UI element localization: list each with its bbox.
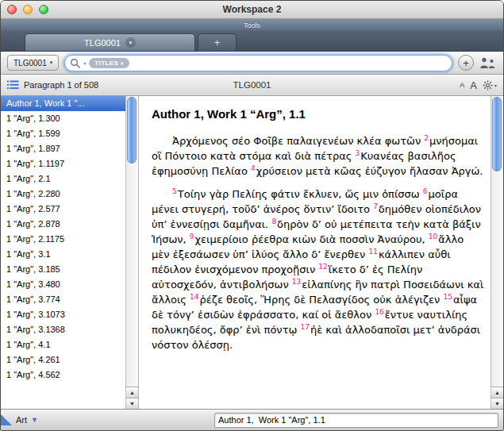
main-area: Author 1, Work 1 "...1 "Arg", 1.3001 "Ar… [1,96,503,409]
greek-paragraph: 5Τοίην γὰρ Πελίης φάτιν ἔκλυεν, ὥς μιν ὀ… [152,187,484,352]
corner-triangle-icon [1,414,12,425]
bottom-bar: Art ▼ [1,409,503,430]
scroll-track[interactable] [126,96,138,387]
line-number: 11 [369,248,378,256]
list-item[interactable]: 1 "Arg", 1.300 [1,111,125,126]
greek-text: Ἀρχόμενος σέο Φοῖβε παλαιγενέων κλέα φωτ… [152,133,484,352]
window: Workspace 2 Tools TLG0001 ▾ + TLG0001 ▾ … [0,0,504,431]
add-button[interactable]: + [458,55,474,71]
list-item[interactable]: 1 "Arg", 4.562 [1,368,125,383]
text-pane: Author 1, Work 1 “Arg”, 1.1 Ἀρχόμενος σέ… [138,96,491,409]
list-item[interactable]: 1 "Arg", 3.1073 [1,307,125,322]
paragraph-status: Paragraph 1 of 508 [24,80,98,90]
chevron-down-icon: ▾ [494,83,497,88]
scroll-track[interactable] [491,96,503,387]
chevron-down-icon: ▾ [121,60,123,66]
chevron-down-icon: ▾ [50,60,53,66]
tab-menu-button[interactable]: ▾ [125,37,136,48]
line-number: 10 [429,233,437,241]
list-item[interactable]: Author 1, Work 1 "... [1,96,125,111]
sidebar-scrollbar[interactable]: ▲ ▼ [125,96,138,409]
passage-heading: Author 1, Work 1 “Arg”, 1.1 [152,107,484,121]
greek-paragraph: Ἀρχόμενος σέο Φοῖβε παλαιγενέων κλέα φωτ… [152,133,484,179]
scroll-up-button[interactable]: ▲ [126,387,138,398]
plus-icon: + [463,58,469,68]
line-number: 4 [251,164,256,172]
list-item[interactable]: 1 "Arg", 3.185 [1,262,125,277]
list-item[interactable]: 1 "Arg", 1.1197 [1,156,125,171]
list-item[interactable]: 1 "Arg", 1.897 [1,141,125,156]
close-button[interactable] [7,5,17,14]
art-menu-label[interactable]: Art [16,415,27,425]
list-item[interactable]: 1 "Arg", 4.261 [1,352,125,368]
line-number: 7 [373,202,378,210]
zoom-button[interactable] [39,5,48,14]
font-decrease-button[interactable]: A [460,81,464,89]
list-item[interactable]: 1 "Arg", 2.577 [1,202,125,217]
arrow-down-icon: ▼ [494,401,500,406]
location-input[interactable] [214,413,498,428]
arrow-up-icon: ▲ [494,390,500,395]
scroll-down-button[interactable]: ▼ [491,398,503,409]
list-view-icon[interactable] [7,80,19,90]
plus-icon: + [214,37,221,48]
line-number: 15 [444,293,452,301]
line-number: 3 [356,149,360,157]
line-number: 14 [190,293,198,301]
search-input[interactable] [133,57,447,68]
line-number: 13 [292,278,301,286]
list-item[interactable]: 1 "Arg", 2.878 [1,217,125,232]
list-item[interactable]: 1 "Arg", 2.1175 [1,232,125,247]
list-item[interactable]: 1 "Arg", 3.1 [1,247,125,262]
arrow-down-icon: ▼ [129,401,135,406]
line-number: 8 [271,217,276,225]
list-item[interactable]: 1 "Arg", 3.1368 [1,322,125,337]
scroll-down-button[interactable]: ▼ [126,398,138,409]
search-scope-label: TITLES [94,60,118,67]
line-number: 17 [300,323,309,331]
list-item[interactable]: 1 "Arg", 3.774 [1,292,125,307]
content-header: Paragraph 1 of 508 TLG0001 A A ▾ [1,75,503,96]
minimize-button[interactable] [23,5,33,14]
line-number: 16 [375,308,383,316]
scroll-thumb[interactable] [127,97,137,164]
chevron-down-icon[interactable]: ▾ [83,60,86,66]
search-field[interactable]: ▾ TITLES ▾ [64,55,452,71]
list-item[interactable]: 1 "Arg", 2.1 [1,171,125,187]
line-number: 2 [424,134,429,142]
settings-button[interactable]: ▾ [483,80,497,90]
arrow-up-icon: ▲ [129,390,135,395]
line-number: 6 [423,187,428,195]
search-icon [70,58,80,68]
font-increase-button[interactable]: A [470,79,477,91]
sidebar-list: Author 1, Work 1 "...1 "Arg", 1.3001 "Ar… [1,96,125,409]
content-scrollbar[interactable]: ▲ ▼ [491,96,503,409]
gear-icon [483,80,493,90]
scroll-up-button[interactable]: ▲ [491,387,503,398]
scroll-thumb[interactable] [492,97,502,171]
window-title: Workspace 2 [1,4,503,15]
search-scope-pill[interactable]: TITLES ▾ [89,58,129,68]
line-number: 9 [190,233,194,241]
search-toolbar: TLG0001 ▾ ▾ TITLES ▾ + [1,52,503,75]
list-item[interactable]: 1 "Arg", 1.599 [1,126,125,141]
traffic-lights [7,5,48,14]
new-tab-button[interactable]: + [198,33,237,51]
list-item[interactable]: 1 "Arg", 3.480 [1,277,125,292]
tab-bar: TLG0001 ▾ + [1,31,503,52]
tools-label: Tools [244,21,260,29]
chevron-down-icon: ▾ [129,40,133,45]
pane-title: TLG0001 [233,80,271,90]
tools-strip: Tools [1,19,503,31]
tab-label: TLG0001 [84,38,121,48]
people-icon[interactable] [479,57,497,69]
corpus-dropdown[interactable]: TLG0001 ▾ [7,55,59,71]
corpus-dropdown-label: TLG0001 [13,59,47,67]
title-bar: Workspace 2 [1,1,503,19]
tab-tlg0001[interactable]: TLG0001 ▾ [25,33,195,51]
chevron-down-icon[interactable]: ▼ [31,417,38,424]
list-item[interactable]: 1 "Arg", 2.280 [1,187,125,202]
line-number: 12 [318,263,327,271]
list-item[interactable]: 1 "Arg", 4.1 [1,337,125,352]
line-number: 5 [172,187,177,195]
